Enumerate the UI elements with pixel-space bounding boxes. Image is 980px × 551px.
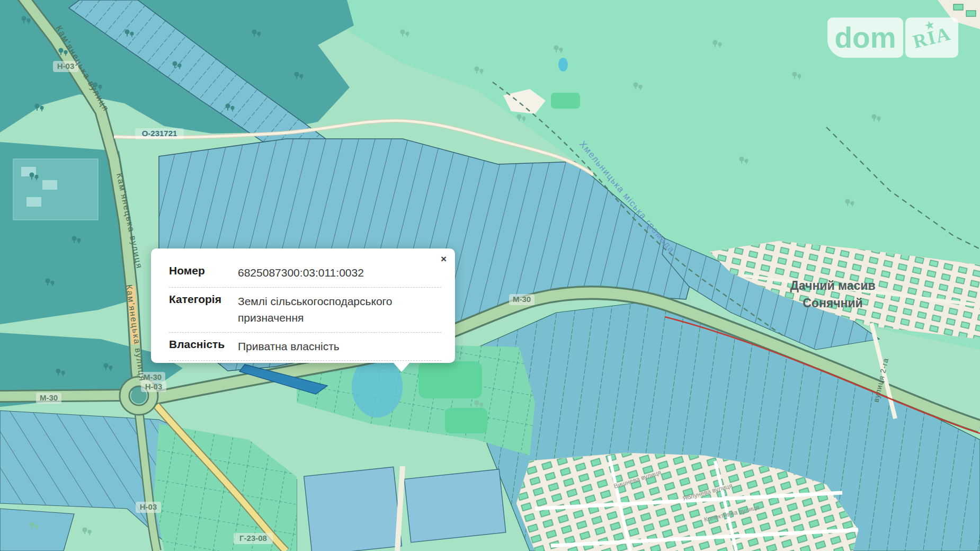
pond-parcel bbox=[0, 509, 74, 551]
popup-label: Власність bbox=[169, 338, 238, 355]
ria-logo-text: RIA bbox=[911, 22, 953, 53]
cadastral-map-view: Н-03 О-231721 М-30 М-30 Н-03 М-30 Н-03 bbox=[0, 0, 980, 551]
bright-green-patch bbox=[445, 408, 487, 433]
ria-logo-box: ★ RIA bbox=[905, 17, 958, 58]
svg-text:Сонячний: Сонячний bbox=[803, 296, 863, 310]
greenhouse-block bbox=[26, 197, 41, 207]
green-patch bbox=[551, 93, 580, 109]
svg-text:О-231721: О-231721 bbox=[142, 129, 177, 138]
parcel-ownership-value: Приватна власність bbox=[238, 338, 340, 355]
svg-text:Н-03: Н-03 bbox=[140, 502, 157, 511]
parcel-info-popup: × Номер 6825087300:03:011:0032 Категорія… bbox=[151, 248, 455, 363]
map-canvas[interactable]: Н-03 О-231721 М-30 М-30 Н-03 М-30 Н-03 bbox=[0, 0, 980, 551]
parcel-number-value: 6825087300:03:011:0032 bbox=[238, 264, 364, 281]
bright-green-patch bbox=[418, 361, 482, 398]
dom-ria-logo: dom ★ RIA bbox=[827, 17, 958, 58]
road-badge-m30-east: М-30 bbox=[509, 294, 534, 305]
road-badge-n03-south: Н-03 bbox=[136, 502, 161, 513]
svg-text:М-30: М-30 bbox=[40, 393, 58, 402]
road-badge-n03-roundabout: Н-03 bbox=[141, 381, 166, 392]
dom-logo-text: dom bbox=[827, 17, 903, 58]
road-badge-g2308: Г-23-08 bbox=[234, 533, 273, 544]
road-badge-o231721: О-231721 bbox=[135, 128, 184, 139]
greenhouse-block bbox=[42, 180, 57, 190]
svg-text:Н-03: Н-03 bbox=[145, 382, 163, 391]
popup-label: Номер bbox=[169, 264, 238, 281]
close-icon[interactable]: × bbox=[441, 254, 447, 264]
svg-text:Дачний масив: Дачний масив bbox=[790, 279, 875, 292]
svg-text:Н-03: Н-03 bbox=[57, 61, 75, 70]
road-badge-m30-west: М-30 bbox=[36, 393, 61, 404]
plot bbox=[954, 4, 963, 10]
svg-text:Г-23-08: Г-23-08 bbox=[239, 534, 267, 543]
popup-row-ownership: Власність Приватна власність bbox=[169, 333, 441, 361]
plot bbox=[966, 11, 976, 16]
svg-text:М-30: М-30 bbox=[513, 295, 531, 304]
popup-row-category: Категорія Землі сільськогосподарського п… bbox=[169, 288, 441, 333]
popup-pointer bbox=[394, 363, 409, 372]
parcel-category-value: Землі сільськогосподарського призначення bbox=[238, 293, 441, 326]
popup-label: Категорія bbox=[169, 293, 238, 326]
popup-row-number: Номер 6825087300:03:011:0032 bbox=[169, 259, 441, 288]
pond bbox=[558, 58, 568, 72]
